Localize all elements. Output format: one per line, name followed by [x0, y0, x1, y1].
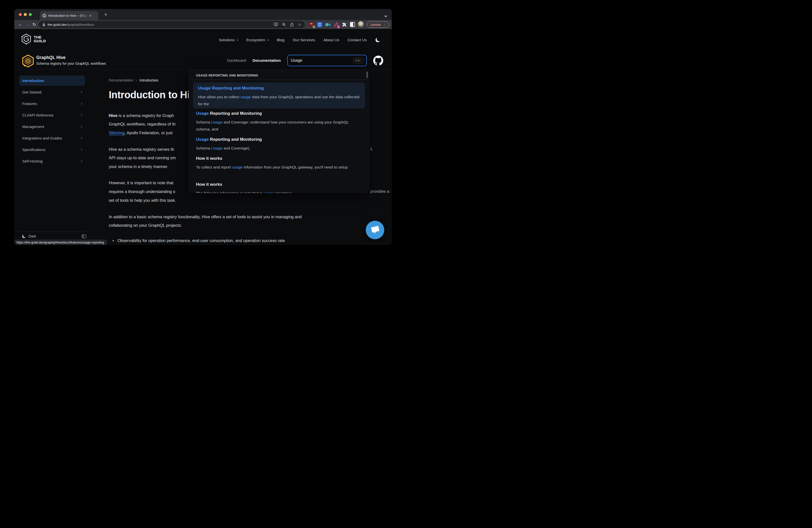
- sidebar-item-specifications[interactable]: Specifications: [19, 145, 85, 155]
- search-result[interactable]: How it works The following information i…: [196, 182, 361, 193]
- the-guild-logo[interactable]: THE GUILD: [21, 33, 46, 44]
- chat-bubble-icon: [369, 225, 380, 235]
- window-minimize-button[interactable]: [24, 13, 27, 16]
- tab-strip: Introduction to Hive – GraphQL × +: [14, 9, 392, 20]
- pen-extension-icon[interactable]: [333, 21, 339, 28]
- search-result-selected[interactable]: Usage Reporting and Monitoring Hive allo…: [193, 83, 365, 108]
- sidebar-item-introduction[interactable]: Introduction: [19, 75, 85, 86]
- bookmark-star-icon[interactable]: ☆: [298, 22, 301, 27]
- sidebar-item-self-hosting[interactable]: Self-Hosting: [19, 156, 85, 166]
- breadcrumb-documentation[interactable]: Documentation: [109, 78, 133, 82]
- browser-window: Introduction to Hive – GraphQL × + ← → ↻…: [14, 9, 392, 245]
- camera-extension-icon[interactable]: [325, 21, 331, 28]
- lock-icon: [42, 23, 45, 27]
- theme-toggle-label: Dark: [29, 234, 82, 238]
- tab-favicon-icon: [43, 14, 46, 18]
- tab-close-button[interactable]: ×: [89, 14, 91, 17]
- results-section-title: USAGE REPORTING AND MONITORING: [196, 74, 258, 77]
- status-url-tooltip: https://the-guild.dev/graphql/hive/docs/…: [14, 240, 107, 245]
- hive-title: GraphQL Hive: [36, 55, 66, 60]
- forward-button[interactable]: →: [24, 21, 31, 28]
- chevron-right-icon: [80, 160, 83, 162]
- result-title: Usage Reporting and Monitoring: [196, 111, 361, 116]
- bullet-marker: •: [113, 238, 114, 243]
- search-results-dropdown: USAGE REPORTING AND MONITORING Usage Rep…: [189, 70, 369, 193]
- result-title: Usage Reporting and Monitoring: [198, 86, 360, 91]
- theme-moon-icon[interactable]: [375, 37, 380, 43]
- theme-toggle[interactable]: Dark: [22, 233, 86, 239]
- body-line: collaborating on your GraphQL projects:: [109, 222, 182, 228]
- nav-blog[interactable]: Blog: [277, 38, 285, 42]
- tab-search-chevron-icon[interactable]: [385, 13, 387, 16]
- ublock-badge: 1: [313, 26, 315, 28]
- collapse-sidebar-icon[interactable]: [82, 235, 86, 238]
- browser-menu-kebab-icon[interactable]: ⋮: [383, 23, 386, 27]
- hive-subtitle: Schema registry for your GraphQL workflo…: [36, 61, 106, 65]
- sidebar-item-management[interactable]: Management: [19, 121, 85, 132]
- chevron-right-icon: [80, 114, 83, 117]
- body-line: Hive as a schema registry serves th: [109, 147, 174, 152]
- occluded-text-fragment: L: [371, 147, 373, 151]
- nav-about-us[interactable]: About Us: [323, 38, 339, 42]
- docs-sidebar: Introduction Get Started Features CLI/AP…: [19, 75, 85, 166]
- search-result[interactable]: Usage Reporting and Monitoring Schema Us…: [196, 111, 361, 132]
- update-button[interactable]: Update ⋮: [367, 21, 389, 28]
- sidebar-item-cli-api-reference[interactable]: CLI/API Reference: [19, 110, 85, 120]
- chevron-right-icon: [80, 126, 83, 128]
- pen-extension-badge: [337, 26, 340, 28]
- chevron-right-icon: [80, 148, 83, 151]
- dashboard-link[interactable]: Dashboard: [227, 58, 246, 63]
- occluded-text-fragment: provides a: [370, 189, 389, 194]
- share-icon[interactable]: [290, 23, 294, 27]
- search-input[interactable]: Usage ESC: [287, 55, 367, 66]
- page-title: Introduction to Hive: [109, 89, 201, 101]
- body-line: Hive is a schema registry for Graph: [109, 113, 174, 118]
- new-tab-button[interactable]: +: [102, 11, 109, 18]
- docs-nav: Dashboard Documentation Usage ESC: [227, 54, 383, 67]
- sidebar-item-get-started[interactable]: Get Started: [19, 87, 85, 97]
- ublock-extension-icon[interactable]: uO 1: [308, 21, 314, 28]
- back-button[interactable]: ←: [17, 21, 24, 28]
- stitching-link[interactable]: Stitching: [109, 131, 125, 135]
- hive-logo-icon[interactable]: [22, 55, 34, 68]
- search-result[interactable]: How it works To collect and report usage…: [196, 156, 361, 171]
- nav-solutions[interactable]: Solutions: [219, 38, 238, 42]
- header-divider: [14, 69, 392, 70]
- body-line: API stays up-to-date and running sm: [109, 155, 176, 161]
- result-title: How it works: [196, 156, 361, 161]
- profile-avatar[interactable]: [358, 21, 364, 28]
- hive-header: GraphQL Hive Schema registry for your Gr…: [14, 51, 392, 71]
- bitwarden-extension-icon[interactable]: [317, 21, 322, 28]
- bullet-item: • Observability for operation performanc…: [113, 238, 285, 243]
- nav-our-services[interactable]: Our Services: [293, 38, 315, 42]
- body-line: In addition to a basic schema registry f…: [109, 214, 302, 220]
- breadcrumb: Documentation › Introduction: [109, 78, 159, 83]
- window-zoom-button[interactable]: [29, 13, 32, 16]
- result-body: To collect and report usage information …: [196, 164, 361, 171]
- search-result[interactable]: Usage Reporting and Monitoring Schema Us…: [196, 137, 361, 152]
- update-label: Update: [370, 23, 381, 27]
- install-icon[interactable]: [274, 23, 278, 27]
- sidebar-item-features[interactable]: Features: [19, 99, 85, 109]
- body-line: GraphQL workflows, regardless of th: [109, 121, 175, 127]
- body-line: Stitching, Apollo Federation, or just: [109, 130, 173, 135]
- url-path: /graphql/hive/docs: [67, 23, 94, 27]
- chat-widget-button[interactable]: [366, 221, 384, 239]
- sidebar-item-integrations-and-guides[interactable]: Integrations and Guides: [19, 133, 85, 143]
- extensions-puzzle-icon[interactable]: [341, 21, 347, 28]
- window-close-button[interactable]: [19, 13, 22, 16]
- nav-ecosystem[interactable]: Ecosystem: [246, 38, 269, 42]
- result-body: The following information is included in…: [196, 190, 361, 193]
- browser-tab[interactable]: Introduction to Hive – GraphQL ×: [40, 11, 98, 20]
- reader-extension-icon[interactable]: [349, 21, 356, 28]
- address-bar[interactable]: the-guild.dev /graphql/hive/docs ☆: [39, 21, 305, 28]
- chevron-right-icon: [80, 103, 83, 105]
- url-domain: the-guild.dev: [47, 23, 67, 27]
- results-divider: [189, 79, 369, 80]
- dropdown-scrollbar[interactable]: [366, 72, 368, 78]
- zoom-icon[interactable]: [282, 23, 286, 27]
- documentation-link[interactable]: Documentation: [252, 58, 281, 63]
- reload-button[interactable]: ↻: [31, 21, 38, 28]
- nav-contact-us[interactable]: Contact Us: [348, 38, 367, 42]
- github-icon[interactable]: [373, 56, 383, 65]
